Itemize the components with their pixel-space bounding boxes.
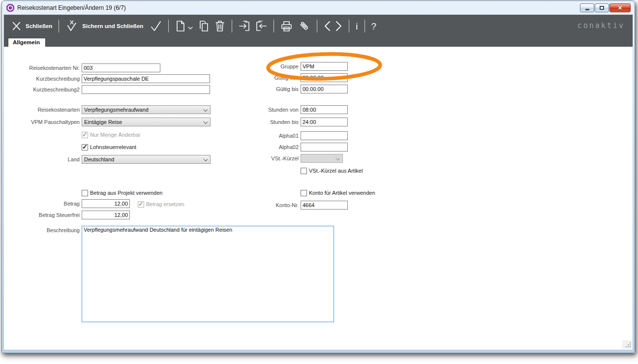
- field-land: Land Deutschland: [4, 155, 211, 164]
- info-button[interactable]: i: [356, 22, 358, 31]
- help-button[interactable]: ?: [371, 22, 377, 31]
- import-button[interactable]: [239, 20, 250, 32]
- delete-record-button[interactable]: [214, 20, 225, 32]
- close-x-icon: [11, 21, 22, 31]
- gueltig-von-input[interactable]: [301, 73, 348, 82]
- reisekostenarten-label: Reisekostenarten: [4, 107, 82, 113]
- divider: [168, 20, 169, 32]
- nur-menge-checkbox[interactable]: ✓: [82, 132, 88, 138]
- konto-nr-label: Konto-Nr.: [211, 202, 301, 208]
- restore-button[interactable]: [595, 3, 609, 12]
- new-record-button[interactable]: [175, 20, 193, 32]
- conaktiv-logo-icon: [6, 4, 14, 12]
- field-stunden-von: Stunden von: [211, 105, 348, 114]
- window-title: Reisekostenart Eingeben/Ändern 19 (6/7): [17, 4, 126, 11]
- vst-kuerzel-label: VSt.-Kürzel: [211, 155, 301, 161]
- konto-fuer-artikel-label: Konto für Artikel verwenden: [309, 190, 375, 196]
- close-window-button[interactable]: ✕: [609, 3, 631, 12]
- print-button[interactable]: [280, 20, 293, 32]
- duplicate-record-button[interactable]: [198, 20, 210, 32]
- dropdown-chevron-icon: [203, 157, 207, 161]
- vst-aus-artikel-checkbox[interactable]: ✓: [301, 168, 307, 174]
- reisekostenarten-value: Verpflegungsmehraufwand: [84, 107, 203, 113]
- tab-allgemein[interactable]: Allgemein: [8, 38, 46, 47]
- stunden-bis-input[interactable]: [301, 118, 348, 126]
- kurzbeschreibung2-input[interactable]: [82, 85, 210, 94]
- kurzbeschreibung2-label: Kurzbeschreibung2: [4, 87, 82, 92]
- close-form-button[interactable]: Schließen: [11, 21, 52, 31]
- app-window: Reisekostenart Eingeben/Ändern 19 (6/7) …: [1, 0, 635, 353]
- betrag-ersetzen-checkbox[interactable]: ✓: [138, 201, 144, 208]
- gruppe-label: Gruppe: [211, 63, 301, 69]
- vst-kuerzel-dropdown[interactable]: [301, 154, 343, 163]
- info-icon: i: [356, 22, 358, 31]
- stunden-bis-label: Stunden bis: [211, 119, 301, 125]
- betrag-aus-projekt-checkbox[interactable]: ✓: [82, 190, 88, 196]
- vpm-pauschaltypen-label: VPM Pauschaltypen: [4, 119, 82, 125]
- save-and-close-button[interactable]: Sichern und Schließen: [65, 20, 162, 32]
- field-gueltig-bis: Gültig bis: [211, 85, 348, 93]
- gueltig-von-label: Gültig von: [211, 75, 301, 81]
- field-gruppe: Gruppe: [211, 62, 348, 71]
- beschreibung-textarea[interactable]: Verpflegungsmehraufwand Deutschland für …: [82, 226, 334, 322]
- dropdown-chevron-icon: [203, 120, 207, 124]
- land-label: Land: [4, 156, 82, 162]
- minimize-button[interactable]: [580, 3, 594, 12]
- export-button[interactable]: [255, 20, 267, 32]
- paperclip-icon: [298, 20, 310, 32]
- alpha01-label: Alpha01: [211, 133, 301, 139]
- next-record-button[interactable]: [335, 21, 342, 31]
- field-kurzbeschreibung2: Kurzbeschreibung2: [4, 85, 210, 94]
- chevron-right-icon: [335, 21, 342, 31]
- field-reisekostenarten: Reisekostenarten Verpflegungsmehraufwand: [4, 105, 211, 114]
- confirm-check-icon: [150, 21, 162, 31]
- resize-grip[interactable]: [622, 340, 632, 349]
- chevron-left-icon: [324, 21, 331, 31]
- check-icon: ✓: [138, 200, 144, 208]
- beschreibung-label: Beschreibung: [4, 227, 82, 233]
- alpha01-input[interactable]: [301, 131, 348, 140]
- betrag-label: Betrag: [4, 201, 82, 207]
- brand-logo: conaktiv: [577, 21, 625, 30]
- reisekostenarten-nr-input[interactable]: [82, 63, 160, 72]
- tab-strip: Allgemein: [4, 37, 633, 47]
- lohnsteuerrelevant-checkbox[interactable]: ✓: [82, 144, 88, 151]
- field-alpha01: Alpha01: [211, 131, 348, 140]
- alpha02-label: Alpha02: [211, 144, 301, 150]
- restore-icon: [600, 6, 604, 10]
- previous-record-button[interactable]: [324, 21, 331, 31]
- reisekostenarten-dropdown[interactable]: Verpflegungsmehraufwand: [82, 105, 211, 114]
- betrag-steuerfrei-input[interactable]: [82, 211, 130, 219]
- vpm-pauschaltypen-value: Eintägige Reise: [84, 119, 203, 125]
- field-betrag-steuerfrei: Betrag Steuerfrei: [4, 211, 130, 219]
- import-icon: [239, 20, 250, 32]
- checkbox-row-nur-menge: ✓ Nur Menge Änderbar: [82, 131, 141, 139]
- divider: [232, 20, 232, 32]
- printer-icon: [280, 20, 293, 32]
- stunden-von-input[interactable]: [301, 105, 348, 114]
- gruppe-input[interactable]: [301, 62, 348, 71]
- gueltig-bis-input[interactable]: [301, 85, 348, 93]
- divider: [59, 20, 59, 32]
- form-content: Reisekostenarten Nr. Kurzbeschreibung Ku…: [4, 47, 633, 349]
- kurzbeschreibung-input[interactable]: [82, 74, 210, 83]
- field-stunden-bis: Stunden bis: [211, 118, 348, 126]
- gueltig-bis-label: Gültig bis: [211, 86, 301, 92]
- land-dropdown[interactable]: Deutschland: [82, 155, 211, 164]
- field-vst-kuerzel: VSt.-Kürzel: [211, 154, 343, 163]
- betrag-input[interactable]: [82, 199, 130, 208]
- alpha02-input[interactable]: [301, 143, 348, 152]
- trash-icon: [214, 20, 225, 32]
- field-gueltig-von: Gültig von: [211, 73, 348, 82]
- chevron-down-icon: [188, 27, 193, 30]
- konto-nr-input[interactable]: [301, 201, 348, 210]
- divider: [273, 20, 274, 32]
- lohnsteuerrelevant-label: Lohnsteuerrelevant: [90, 144, 136, 150]
- toolbar: Schließen Sichern und Schließen: [4, 15, 633, 37]
- vpm-pauschaltypen-dropdown[interactable]: Eintägige Reise: [82, 118, 211, 126]
- konto-fuer-artikel-checkbox[interactable]: ✓: [301, 190, 307, 196]
- betrag-ersetzen-label: Betrag ersetzen: [146, 201, 184, 207]
- vst-aus-artikel-label: VSt.-Kürzel aus Artikel: [309, 168, 363, 174]
- reisekostenarten-nr-label: Reisekostenarten Nr.: [4, 65, 82, 71]
- attachment-button[interactable]: [298, 20, 310, 32]
